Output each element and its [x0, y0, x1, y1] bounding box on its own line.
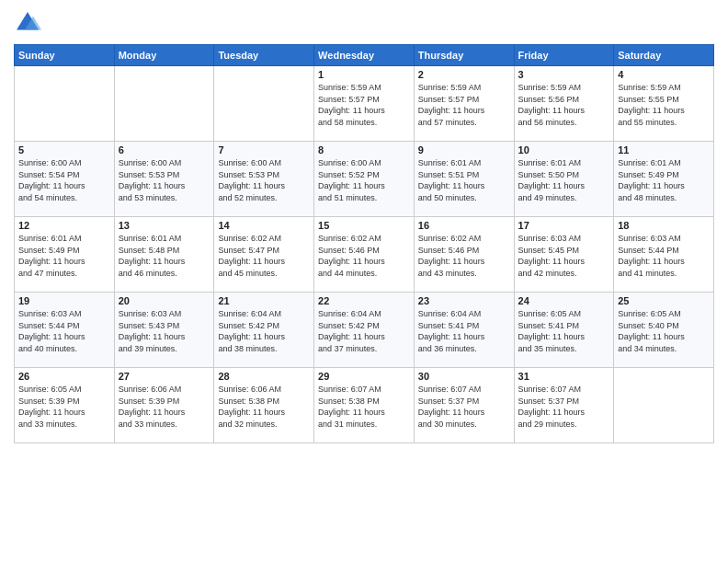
day-number: 16 [418, 220, 510, 231]
day-info: Sunrise: 6:02 AM Sunset: 5:46 PM Dayligh… [318, 233, 410, 279]
calendar-cell: 4Sunrise: 5:59 AM Sunset: 5:55 PM Daylig… [614, 66, 714, 142]
calendar-cell: 9Sunrise: 6:01 AM Sunset: 5:51 PM Daylig… [414, 142, 514, 217]
calendar-cell: 17Sunrise: 6:03 AM Sunset: 5:45 PM Dayli… [514, 217, 614, 293]
day-number: 2 [418, 69, 510, 80]
day-info: Sunrise: 6:05 AM Sunset: 5:40 PM Dayligh… [618, 308, 710, 354]
day-info: Sunrise: 6:03 AM Sunset: 5:43 PM Dayligh… [119, 308, 210, 354]
calendar-cell [114, 66, 214, 142]
day-number: 18 [618, 220, 710, 231]
day-number: 13 [119, 220, 210, 231]
day-number: 22 [318, 295, 410, 306]
day-number: 4 [618, 69, 710, 80]
day-number: 30 [418, 371, 510, 382]
day-number: 31 [518, 371, 610, 382]
calendar-cell: 27Sunrise: 6:06 AM Sunset: 5:39 PM Dayli… [114, 368, 214, 443]
day-of-week-header: Monday [114, 45, 214, 66]
calendar-week-row: 26Sunrise: 6:05 AM Sunset: 5:39 PM Dayli… [15, 368, 714, 443]
day-info: Sunrise: 6:00 AM Sunset: 5:53 PM Dayligh… [218, 157, 310, 203]
day-info: Sunrise: 6:01 AM Sunset: 5:50 PM Dayligh… [518, 157, 610, 203]
calendar-cell: 30Sunrise: 6:07 AM Sunset: 5:37 PM Dayli… [414, 368, 514, 443]
day-number: 25 [618, 295, 710, 306]
calendar-cell: 26Sunrise: 6:05 AM Sunset: 5:39 PM Dayli… [15, 368, 115, 443]
day-number: 6 [119, 144, 210, 155]
day-info: Sunrise: 6:02 AM Sunset: 5:47 PM Dayligh… [218, 233, 310, 279]
calendar-cell: 22Sunrise: 6:04 AM Sunset: 5:42 PM Dayli… [314, 293, 415, 368]
day-info: Sunrise: 6:00 AM Sunset: 5:52 PM Dayligh… [318, 157, 410, 203]
page: SundayMondayTuesdayWednesdayThursdayFrid… [0, 0, 728, 563]
day-number: 27 [119, 371, 210, 382]
calendar-cell: 1Sunrise: 5:59 AM Sunset: 5:57 PM Daylig… [314, 66, 415, 142]
day-number: 20 [119, 295, 210, 306]
day-info: Sunrise: 6:01 AM Sunset: 5:49 PM Dayligh… [18, 233, 110, 279]
day-info: Sunrise: 6:02 AM Sunset: 5:46 PM Dayligh… [418, 233, 510, 279]
logo [14, 9, 45, 37]
calendar-cell [614, 368, 714, 443]
day-info: Sunrise: 5:59 AM Sunset: 5:57 PM Dayligh… [318, 82, 410, 128]
calendar-cell: 25Sunrise: 6:05 AM Sunset: 5:40 PM Dayli… [614, 293, 714, 368]
calendar-cell: 29Sunrise: 6:07 AM Sunset: 5:38 PM Dayli… [314, 368, 415, 443]
calendar-cell: 18Sunrise: 6:03 AM Sunset: 5:44 PM Dayli… [614, 217, 714, 293]
day-number: 5 [18, 144, 110, 155]
day-of-week-header: Tuesday [214, 45, 314, 66]
day-info: Sunrise: 6:07 AM Sunset: 5:37 PM Dayligh… [418, 384, 510, 430]
day-number: 3 [518, 69, 610, 80]
day-number: 26 [18, 371, 110, 382]
day-info: Sunrise: 6:07 AM Sunset: 5:38 PM Dayligh… [318, 384, 410, 430]
calendar-cell: 3Sunrise: 5:59 AM Sunset: 5:56 PM Daylig… [514, 66, 614, 142]
day-number: 7 [218, 144, 310, 155]
day-info: Sunrise: 6:07 AM Sunset: 5:37 PM Dayligh… [518, 384, 610, 430]
day-number: 1 [318, 69, 410, 80]
day-info: Sunrise: 6:05 AM Sunset: 5:39 PM Dayligh… [18, 384, 110, 430]
day-number: 11 [618, 144, 710, 155]
day-number: 12 [18, 220, 110, 231]
day-number: 23 [418, 295, 510, 306]
day-info: Sunrise: 6:03 AM Sunset: 5:44 PM Dayligh… [18, 308, 110, 354]
logo-icon [14, 9, 41, 37]
header [14, 9, 714, 37]
day-of-week-header: Saturday [614, 45, 714, 66]
calendar-table: SundayMondayTuesdayWednesdayThursdayFrid… [14, 44, 714, 443]
calendar-cell: 11Sunrise: 6:01 AM Sunset: 5:49 PM Dayli… [614, 142, 714, 217]
calendar-cell: 12Sunrise: 6:01 AM Sunset: 5:49 PM Dayli… [15, 217, 115, 293]
day-number: 21 [218, 295, 310, 306]
calendar-cell: 7Sunrise: 6:00 AM Sunset: 5:53 PM Daylig… [214, 142, 314, 217]
day-number: 15 [318, 220, 410, 231]
day-number: 28 [218, 371, 310, 382]
day-of-week-header: Friday [514, 45, 614, 66]
calendar-week-row: 5Sunrise: 6:00 AM Sunset: 5:54 PM Daylig… [15, 142, 714, 217]
calendar-cell: 14Sunrise: 6:02 AM Sunset: 5:47 PM Dayli… [214, 217, 314, 293]
day-info: Sunrise: 6:04 AM Sunset: 5:42 PM Dayligh… [318, 308, 410, 354]
day-info: Sunrise: 6:00 AM Sunset: 5:54 PM Dayligh… [18, 157, 110, 203]
calendar-cell: 5Sunrise: 6:00 AM Sunset: 5:54 PM Daylig… [15, 142, 115, 217]
calendar-cell: 28Sunrise: 6:06 AM Sunset: 5:38 PM Dayli… [214, 368, 314, 443]
day-info: Sunrise: 5:59 AM Sunset: 5:55 PM Dayligh… [618, 82, 710, 128]
calendar-cell: 23Sunrise: 6:04 AM Sunset: 5:41 PM Dayli… [414, 293, 514, 368]
calendar-cell: 16Sunrise: 6:02 AM Sunset: 5:46 PM Dayli… [414, 217, 514, 293]
day-info: Sunrise: 6:06 AM Sunset: 5:39 PM Dayligh… [119, 384, 210, 430]
day-number: 24 [518, 295, 610, 306]
calendar-cell [214, 66, 314, 142]
day-info: Sunrise: 6:00 AM Sunset: 5:53 PM Dayligh… [119, 157, 210, 203]
day-number: 8 [318, 144, 410, 155]
day-number: 14 [218, 220, 310, 231]
calendar-cell: 24Sunrise: 6:05 AM Sunset: 5:41 PM Dayli… [514, 293, 614, 368]
calendar-header-row: SundayMondayTuesdayWednesdayThursdayFrid… [15, 45, 714, 66]
day-of-week-header: Wednesday [314, 45, 415, 66]
day-info: Sunrise: 6:03 AM Sunset: 5:44 PM Dayligh… [618, 233, 710, 279]
day-info: Sunrise: 6:04 AM Sunset: 5:42 PM Dayligh… [218, 308, 310, 354]
day-number: 17 [518, 220, 610, 231]
day-info: Sunrise: 5:59 AM Sunset: 5:56 PM Dayligh… [518, 82, 610, 128]
calendar-cell: 2Sunrise: 5:59 AM Sunset: 5:57 PM Daylig… [414, 66, 514, 142]
calendar-week-row: 19Sunrise: 6:03 AM Sunset: 5:44 PM Dayli… [15, 293, 714, 368]
day-info: Sunrise: 5:59 AM Sunset: 5:57 PM Dayligh… [418, 82, 510, 128]
calendar-cell: 13Sunrise: 6:01 AM Sunset: 5:48 PM Dayli… [114, 217, 214, 293]
day-info: Sunrise: 6:03 AM Sunset: 5:45 PM Dayligh… [518, 233, 610, 279]
calendar-cell: 6Sunrise: 6:00 AM Sunset: 5:53 PM Daylig… [114, 142, 214, 217]
day-info: Sunrise: 6:05 AM Sunset: 5:41 PM Dayligh… [518, 308, 610, 354]
calendar-week-row: 12Sunrise: 6:01 AM Sunset: 5:49 PM Dayli… [15, 217, 714, 293]
day-number: 9 [418, 144, 510, 155]
day-info: Sunrise: 6:04 AM Sunset: 5:41 PM Dayligh… [418, 308, 510, 354]
calendar-cell: 8Sunrise: 6:00 AM Sunset: 5:52 PM Daylig… [314, 142, 415, 217]
calendar-cell: 21Sunrise: 6:04 AM Sunset: 5:42 PM Dayli… [214, 293, 314, 368]
calendar-cell: 19Sunrise: 6:03 AM Sunset: 5:44 PM Dayli… [15, 293, 115, 368]
